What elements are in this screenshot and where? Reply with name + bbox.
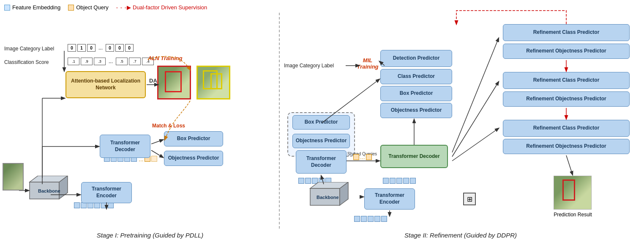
- stage-divider: [279, 13, 280, 229]
- box-predictor-s2-left: Box Predictor: [292, 115, 350, 130]
- refinement-class-predictor-3: Refinement Class Predictor: [503, 120, 630, 137]
- aln-block: Attention-based Localization Network: [65, 71, 146, 98]
- stage1-input-image: [3, 163, 24, 191]
- svg-text:Backbone: Backbone: [317, 195, 339, 200]
- refinement-class-predictor-1: Refinement Class Predictor: [503, 24, 630, 41]
- backbone-s2-svg: Backbone: [306, 182, 357, 212]
- objectness-predictor-s1: Objectness Predictor: [164, 151, 223, 166]
- classification-score-label-s1: Classification Score: [4, 59, 49, 65]
- prediction-result-label: Prediction Result: [548, 212, 597, 218]
- transformer-decoder-s2-right: Transformer Decoder: [380, 145, 448, 168]
- legend-feature-label: Feature Embedding: [12, 4, 60, 11]
- legend: Feature Embedding Object Query - - -▶ Du…: [4, 4, 207, 11]
- stage1-image-yellow: [196, 66, 230, 99]
- legend-object-query: Object Query: [68, 4, 109, 11]
- da-label: DA: [149, 77, 157, 84]
- stage1-label: Stage I: Pretraining (Guided by PDLL): [21, 232, 279, 239]
- svg-line-29: [452, 128, 499, 161]
- transformer-decoder-s2-left: Transformer Decoder: [296, 150, 347, 174]
- match-loss-label: Match & Loss: [152, 123, 185, 129]
- grid-icon: ⊞: [463, 193, 476, 205]
- image-category-label-s1: Image Category Label: [4, 46, 54, 52]
- feature-embedding-icon: [4, 5, 10, 11]
- objectness-predictor-s2-right: Objectness Predictor: [380, 103, 452, 118]
- legend-object-label: Object Query: [76, 4, 109, 11]
- category-cells-1: 0 1 0 ... 0 0 0: [68, 44, 134, 52]
- mil-training-label: MIL Training: [355, 57, 380, 70]
- backbone-s1-svg: Backbone: [25, 176, 76, 205]
- score-cells-1: .1 .9 .3 ... .5 .7 .4: [68, 58, 154, 65]
- box-predictor-s2-right: Box Predictor: [380, 86, 452, 101]
- svg-text:Backbone: Backbone: [38, 188, 60, 193]
- refinement-objectness-predictor-3: Refinement Objectness Predictor: [503, 139, 630, 154]
- object-query-icon: [68, 5, 74, 11]
- svg-line-28: [452, 82, 499, 157]
- refinement-objectness-predictor-2: Refinement Objectness Predictor: [503, 91, 630, 107]
- diagram-container: Feature Embedding Object Query - - -▶ Du…: [0, 0, 644, 243]
- image-category-label-s2: Image Category Label: [284, 63, 343, 69]
- dash-arrow-icon: - - -▶: [116, 4, 131, 11]
- svg-line-32: [566, 155, 573, 175]
- refinement-objectness-predictor-1: Refinement Objectness Predictor: [503, 44, 630, 59]
- legend-dual-factor: - - -▶ Dual-factor Driven Supervision: [116, 4, 207, 11]
- stage2-label: Stage II: Refinement (Guided by DDPR): [279, 232, 642, 239]
- class-predictor: Class Predictor: [380, 69, 452, 84]
- refinement-class-predictor-2: Refinement Class Predictor: [503, 72, 630, 89]
- stage1-image-red: [157, 66, 191, 99]
- legend-dual-label: Dual-factor Driven Supervision: [133, 4, 207, 11]
- box-predictor-s1: Box Predictor: [164, 131, 223, 146]
- transformer-encoder-s2: Transformer Encoder: [364, 188, 415, 210]
- feat-squares-encoder-s2: [354, 216, 387, 222]
- shared-query-squares: ...: [353, 154, 372, 160]
- feat-squares-decoder2-right: [383, 178, 416, 184]
- objectness-predictor-s2-left: Objectness Predictor: [292, 134, 350, 148]
- detection-predictor: Detection Predictor: [380, 50, 452, 67]
- legend-feature-embedding: Feature Embedding: [4, 4, 60, 11]
- feat-squares-encoder-s1: [74, 202, 114, 208]
- svg-line-27: [452, 38, 499, 152]
- aln-training-label: ALN Training: [148, 55, 182, 61]
- prediction-result-image: [554, 176, 592, 210]
- svg-line-13: [151, 140, 163, 144]
- transformer-decoder-s1: Transformer Decoder: [100, 135, 150, 158]
- transformer-encoder-s1: Transformer Encoder: [81, 182, 132, 203]
